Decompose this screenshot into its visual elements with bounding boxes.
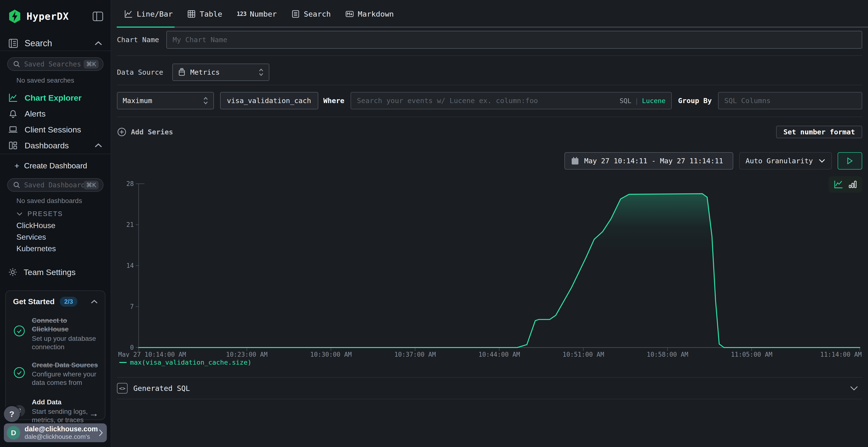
get-started-header[interactable]: Get Started 2/3: [6, 291, 105, 307]
shortcut-badge: ⌘K: [84, 181, 99, 190]
group-by-field: [718, 92, 862, 109]
svg-text:7: 7: [130, 303, 134, 310]
arrow-right-icon: →: [89, 403, 99, 419]
svg-text:0: 0: [130, 344, 134, 351]
hyperdx-logo-icon: [8, 9, 21, 23]
check-circle-icon: [13, 367, 25, 379]
chart-name-field: [166, 31, 862, 49]
step-title: Connect to ClickHouse: [32, 316, 99, 334]
group-by-input[interactable]: [724, 97, 856, 105]
help-button[interactable]: ?: [4, 406, 20, 422]
chart-legend[interactable]: max(visa_validation_cache.size): [119, 358, 862, 366]
sidebar-item-chart-explorer[interactable]: Chart Explorer: [0, 92, 111, 104]
tab-number[interactable]: 123 Number: [229, 0, 284, 28]
saved-searches-search[interactable]: ⌘K: [7, 57, 103, 71]
generated-sql-row[interactable]: <> Generated SQL: [117, 378, 862, 399]
aggregation-select[interactable]: Maximum: [117, 92, 214, 109]
svg-text:10:23:00 AM: 10:23:00 AM: [226, 351, 268, 357]
set-number-format-button[interactable]: Set number format: [776, 126, 862, 138]
sidebar-section-search[interactable]: Search: [0, 37, 111, 50]
sidebar-collapse-icon[interactable]: [92, 11, 103, 22]
select-chevrons-icon: [203, 97, 209, 105]
preset-clickhouse[interactable]: ClickHouse: [0, 220, 111, 231]
step-title: Add Data: [32, 398, 89, 407]
run-query-button[interactable]: [838, 152, 862, 170]
avatar: D: [7, 426, 20, 440]
chart-type-tabbar: Line/Bar Table 123 Number Search: [111, 0, 868, 28]
events-search-input[interactable]: [357, 97, 615, 105]
metric-tag[interactable]: visa_validation_cach: [220, 92, 318, 109]
create-dashboard-button[interactable]: + Create Dashboard: [0, 160, 111, 171]
saved-dashboards-search[interactable]: ⌘K: [7, 178, 103, 192]
team-settings-item[interactable]: Team Settings: [0, 265, 111, 279]
app-root: HyperDX Search ⌘K No saved searches: [0, 0, 868, 447]
tab-line-bar[interactable]: Line/Bar: [117, 0, 180, 28]
sidebar-item-client-sessions[interactable]: Client Sessions: [0, 123, 111, 136]
where-label: Where: [323, 97, 344, 105]
active-tab-underline: [117, 27, 175, 28]
chart-line-icon: [8, 93, 18, 103]
date-range-picker[interactable]: May 27 10:14:11 - May 27 11:14:11: [564, 152, 733, 170]
gear-icon: [8, 268, 18, 277]
svg-text:May 27 10:14:00 AM: May 27 10:14:00 AM: [118, 351, 186, 357]
shortcut-badge: ⌘K: [84, 60, 99, 69]
get-started-step-sources[interactable]: Create Data Sources Configure where your…: [6, 361, 105, 387]
lucene-toggle[interactable]: Lucene: [642, 97, 666, 105]
add-series-label: Add Series: [131, 128, 173, 136]
step-desc: Set up your database connection: [32, 334, 99, 351]
get-started-title: Get Started: [13, 297, 55, 306]
sidebar-item-alerts[interactable]: Alerts: [0, 107, 111, 120]
dashboard-icon: [8, 141, 18, 150]
granularity-select[interactable]: Auto Granularity: [739, 152, 832, 170]
metric-tag-label: visa_validation_cach: [227, 97, 311, 105]
tab-label: Search: [304, 10, 331, 18]
get-started-step-connect[interactable]: Connect to ClickHouse Set up your databa…: [6, 316, 105, 351]
sql-toggle[interactable]: SQL: [620, 97, 631, 105]
code-icon: <>: [117, 383, 128, 393]
divider: [117, 116, 862, 117]
search-section-icon: [8, 38, 18, 48]
tab-search[interactable]: Search: [284, 0, 338, 28]
select-chevrons-icon: [258, 68, 264, 76]
user-subtitle: dale@clickhouse.com's: [25, 433, 98, 441]
step-title: Create Data Sources: [32, 361, 99, 370]
divider: [117, 399, 862, 399]
presets-toggle[interactable]: PRESETS: [0, 209, 111, 219]
legend-label: max(visa_validation_cache.size): [130, 358, 251, 366]
user-panel[interactable]: D dale@clickhouse.com dale@clickhouse.co…: [4, 423, 107, 442]
data-source-value: Metrics: [190, 68, 220, 76]
data-source-select[interactable]: Metrics: [173, 64, 269, 81]
sidebar-item-dashboards[interactable]: Dashboards: [0, 139, 111, 152]
get-started-step-add-data[interactable]: 3 Add Data Start sending logs, metrics, …: [6, 398, 105, 424]
data-source-row: Data Source Metrics: [117, 64, 862, 81]
timeseries-chart[interactable]: 07142128May 27 10:14:00 AM10:23:00 AM10:…: [117, 179, 862, 357]
chevron-down-icon: [17, 212, 23, 216]
presets-label: PRESETS: [28, 210, 63, 218]
line-chart-toggle-icon[interactable]: [834, 180, 843, 189]
group-by-label: Group By: [678, 97, 712, 105]
preset-kubernetes[interactable]: Kubernetes: [0, 243, 111, 254]
plus-circle-icon: [117, 127, 127, 137]
saved-searches-input[interactable]: [24, 60, 84, 68]
tab-table[interactable]: Table: [180, 0, 229, 28]
chevron-up-icon: [94, 143, 102, 148]
check-circle-icon: [13, 325, 25, 337]
saved-dashboards-input[interactable]: [24, 181, 84, 189]
chart-display-toggle: [829, 176, 862, 193]
preset-services[interactable]: Services: [0, 231, 111, 243]
bar-chart-toggle-icon[interactable]: [849, 180, 857, 188]
chart-name-input[interactable]: [173, 36, 856, 44]
chevron-up-icon[interactable]: [90, 299, 98, 304]
chevron-down-icon[interactable]: [850, 386, 858, 391]
series-actions-row: Add Series Set number format: [117, 126, 862, 138]
svg-text:10:37:00 AM: 10:37:00 AM: [394, 351, 436, 357]
sidebar-item-label: Client Sessions: [25, 125, 81, 134]
add-series-button[interactable]: Add Series: [117, 127, 173, 137]
step-desc: Configure where your data comes from: [32, 370, 99, 387]
legend-line-swatch: [119, 362, 127, 363]
tab-markdown[interactable]: Markdown: [338, 0, 401, 28]
line-chart-icon: [124, 10, 133, 18]
search-icon: [13, 181, 20, 188]
list-document-icon: [291, 10, 300, 18]
app-title: HyperDX: [27, 11, 92, 22]
